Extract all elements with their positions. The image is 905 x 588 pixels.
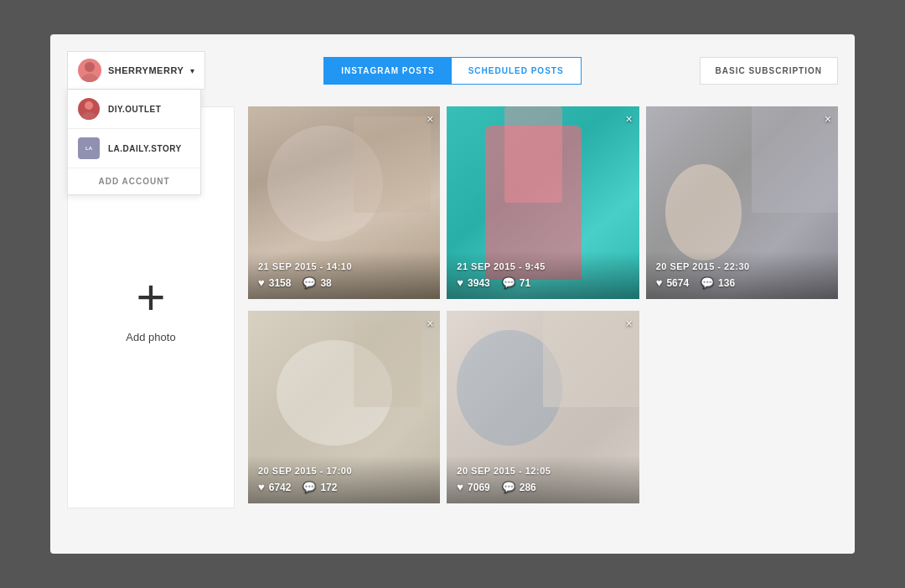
svg-point-0 (85, 62, 95, 72)
comment-icon-5: 💬 (502, 481, 515, 493)
posts-grid: × 21 SEP 2015 - 14:10 ♥ 3158 💬 38 (248, 106, 838, 508)
post-date-4: 20 SEP 2015 - 17:00 (258, 466, 430, 476)
heart-icon-4: ♥ (258, 481, 265, 493)
likes-2: ♥ 3943 (457, 276, 489, 289)
la-avatar: LA (78, 137, 100, 159)
post-card-2[interactable]: × 21 SEP 2015 - 9:45 ♥ 3943 💬 71 (447, 106, 639, 299)
close-button-2[interactable]: × (625, 113, 632, 125)
comments-5: 💬 286 (502, 481, 536, 493)
comments-4: 💬 172 (303, 481, 337, 493)
heart-icon-3: ♥ (656, 276, 663, 289)
heart-icon-2: ♥ (457, 276, 463, 289)
dropdown-menu: DIY.OUTLET LA LA.DAILY.STORY ADD ACCOUNT (67, 90, 201, 195)
comments-3: 💬 136 (701, 276, 735, 289)
likes-1: ♥ 3158 (258, 276, 291, 289)
post-stats-4: ♥ 6742 💬 172 (258, 481, 430, 493)
chevron-down-icon: ▾ (190, 66, 194, 75)
dropdown-item-diy[interactable]: DIY.OUTLET (68, 90, 200, 129)
post-date-3: 20 SEP 2015 - 22:30 (656, 261, 828, 271)
svg-point-2 (85, 101, 93, 110)
post-card-3[interactable]: × 20 SEP 2015 - 22:30 ♥ 5674 💬 136 (646, 106, 838, 299)
subscription-button[interactable]: BASIC SUBSCRIPTION (700, 57, 838, 85)
app-window: SHERRYMERRY ▾ DIY.OUTLET LA (50, 34, 855, 554)
close-button-1[interactable]: × (427, 113, 433, 125)
add-icon: + (136, 272, 165, 322)
avatar (78, 59, 101, 82)
post-stats-1: ♥ 3158 💬 38 (258, 276, 430, 289)
dropdown-item-label-diy: DIY.OUTLET (108, 105, 161, 114)
comments-2: 💬 71 (502, 276, 530, 289)
likes-5: ♥ 7069 (457, 481, 489, 493)
account-dropdown[interactable]: SHERRYMERRY ▾ (67, 51, 205, 90)
close-button-4[interactable]: × (427, 317, 433, 329)
close-button-5[interactable]: × (625, 317, 632, 329)
post-overlay-1: 21 SEP 2015 - 14:10 ♥ 3158 💬 38 (248, 251, 440, 299)
post-date-5: 20 SEP 2015 - 12:05 (457, 466, 628, 476)
post-card-1[interactable]: × 21 SEP 2015 - 14:10 ♥ 3158 💬 38 (248, 106, 440, 299)
comment-icon-1: 💬 (303, 276, 316, 289)
post-card-5[interactable]: × 20 SEP 2015 - 12:05 ♥ 7069 💬 286 (447, 311, 639, 503)
comments-1: 💬 38 (303, 276, 331, 289)
tab-instagram-posts[interactable]: INSTAGRAM POSTS (324, 58, 451, 84)
tab-scheduled-posts[interactable]: SCHEDULED POSTS (452, 58, 581, 84)
comment-icon-2: 💬 (502, 276, 515, 289)
svg-point-1 (81, 74, 98, 82)
post-overlay-5: 20 SEP 2015 - 12:05 ♥ 7069 💬 286 (447, 456, 639, 503)
svg-point-3 (81, 112, 96, 120)
heart-icon-5: ♥ (457, 481, 463, 493)
header-left: SHERRYMERRY ▾ DIY.OUTLET LA (67, 51, 205, 90)
post-stats-2: ♥ 3943 💬 71 (457, 276, 628, 289)
dropdown-item-label-la: LA.DAILY.STORY (108, 144, 182, 153)
post-card-4[interactable]: × 20 SEP 2015 - 17:00 ♥ 6742 💬 172 (248, 311, 440, 503)
header: SHERRYMERRY ▾ DIY.OUTLET LA (67, 51, 838, 90)
likes-4: ♥ 6742 (258, 481, 291, 493)
post-date-1: 21 SEP 2015 - 14:10 (258, 261, 430, 271)
post-overlay-4: 20 SEP 2015 - 17:00 ♥ 6742 💬 172 (248, 456, 440, 503)
tab-group: INSTAGRAM POSTS SCHEDULED POSTS (323, 57, 581, 85)
diy-avatar (78, 98, 100, 120)
dropdown-item-la[interactable]: LA LA.DAILY.STORY (68, 129, 200, 168)
post-stats-5: ♥ 7069 💬 286 (457, 481, 628, 493)
post-date-2: 21 SEP 2015 - 9:45 (457, 261, 628, 271)
account-name: SHERRYMERRY (108, 65, 184, 75)
heart-icon-1: ♥ (258, 276, 265, 289)
post-overlay-2: 21 SEP 2015 - 9:45 ♥ 3943 💬 71 (447, 251, 639, 299)
post-stats-3: ♥ 5674 💬 136 (656, 276, 828, 289)
add-account-button[interactable]: ADD ACCOUNT (68, 168, 200, 194)
close-button-3[interactable]: × (825, 113, 831, 125)
comment-icon-3: 💬 (701, 276, 714, 289)
add-photo-label: Add photo (126, 331, 175, 343)
likes-3: ♥ 5674 (656, 276, 689, 289)
comment-icon-4: 💬 (303, 481, 316, 493)
post-overlay-3: 20 SEP 2015 - 22:30 ♥ 5674 💬 136 (646, 251, 838, 299)
